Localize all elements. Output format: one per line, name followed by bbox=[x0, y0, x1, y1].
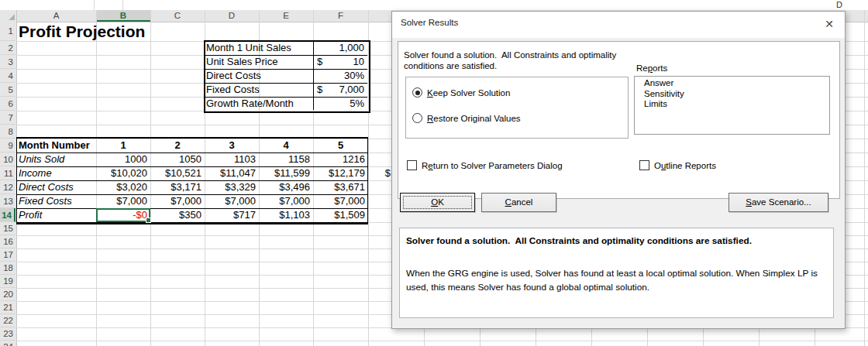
dialog-title-bar[interactable]: Solver Results ✕ bbox=[392, 12, 845, 38]
column-header-C[interactable]: C bbox=[150, 10, 205, 22]
row-header-1[interactable]: 1 bbox=[0, 22, 16, 41]
select-all-corner[interactable] bbox=[0, 10, 17, 22]
row-header-19[interactable]: 19 bbox=[0, 275, 16, 288]
solver-info-bold-text: Solver found a solution. All Constraints… bbox=[406, 235, 826, 247]
cell-value[interactable]: $7,000 bbox=[205, 194, 259, 208]
row-header-2[interactable]: 2 bbox=[0, 41, 16, 55]
row-header-15[interactable]: 15 bbox=[0, 222, 16, 235]
cell-row-label[interactable]: Direct Costs bbox=[16, 180, 96, 194]
cell-value[interactable]: 1103 bbox=[205, 152, 259, 166]
cell-value[interactable]: $3,171 bbox=[150, 180, 205, 194]
cell-value[interactable]: $7,000 bbox=[96, 194, 150, 208]
row-header-10[interactable]: 10 bbox=[0, 152, 16, 166]
cell-value[interactable]: $7,000 bbox=[259, 194, 313, 208]
cell-month-number-header[interactable]: Month Number bbox=[16, 139, 96, 152]
cell-row-label[interactable]: Profit bbox=[16, 208, 96, 222]
cell-value[interactable]: $3,671 bbox=[313, 180, 368, 194]
row-header-9[interactable]: 9 bbox=[0, 139, 16, 152]
cell-param-label[interactable]: Direct Costs bbox=[206, 69, 313, 83]
cell-param-value[interactable]: $10 bbox=[315, 55, 367, 69]
row-header-23[interactable]: 23 bbox=[0, 327, 16, 341]
cell-value[interactable]: $3,020 bbox=[96, 180, 150, 194]
row-header-13[interactable]: 13 bbox=[0, 194, 16, 208]
cell-value[interactable]: $717 bbox=[205, 208, 259, 222]
row-header-7[interactable]: 7 bbox=[0, 111, 16, 125]
row-header-21[interactable]: 21 bbox=[0, 301, 16, 314]
cell-value[interactable]: $10,020 bbox=[96, 166, 150, 180]
sheet-title[interactable]: Profit Projection bbox=[19, 22, 145, 41]
row-header-20[interactable]: 20 bbox=[0, 288, 16, 301]
report-item-sensitivity[interactable]: Sensitivity bbox=[644, 89, 829, 100]
cell-param-label[interactable]: Unit Sales Price bbox=[206, 55, 313, 69]
cell-month-1[interactable]: 1 bbox=[96, 139, 150, 152]
cell-value[interactable]: $12,179 bbox=[313, 166, 368, 180]
row-header-22[interactable]: 22 bbox=[0, 314, 16, 327]
column-header-B[interactable]: B bbox=[96, 10, 150, 22]
cell-value[interactable]: 1216 bbox=[313, 152, 368, 166]
report-item-answer[interactable]: Answer bbox=[644, 78, 829, 89]
cell-value[interactable]: $7,000 bbox=[313, 194, 368, 208]
cell-value[interactable]: $10,521 bbox=[150, 166, 205, 180]
formula-bar[interactable]: D bbox=[0, 0, 868, 11]
cell-param-value[interactable]: 30% bbox=[315, 69, 367, 83]
cell-value[interactable]: $350 bbox=[150, 208, 205, 222]
row-header-16[interactable]: 16 bbox=[0, 235, 16, 248]
cell-value[interactable]: $7,000 bbox=[150, 194, 205, 208]
cell-value[interactable]: $11,599 bbox=[259, 166, 313, 180]
cancel-button[interactable]: Cancel bbox=[481, 193, 556, 212]
row-header-4[interactable]: 4 bbox=[0, 69, 16, 83]
column-header-D[interactable]: D bbox=[205, 10, 259, 22]
row-header-6[interactable]: 6 bbox=[0, 97, 16, 111]
cell-month-4[interactable]: 4 bbox=[259, 139, 313, 152]
report-item-limits[interactable]: Limits bbox=[644, 99, 829, 110]
row-header-11[interactable]: 11 bbox=[0, 166, 16, 180]
cell-value[interactable]: $1,509 bbox=[313, 208, 368, 222]
cell-value[interactable]: $3,496 bbox=[259, 180, 313, 194]
cell-value[interactable]: 1000 bbox=[96, 152, 150, 166]
row-header-12[interactable]: 12 bbox=[0, 180, 16, 194]
cell-param-value[interactable]: 1,000 bbox=[315, 41, 367, 55]
cell-param-label[interactable]: Month 1 Unit Sales bbox=[206, 41, 313, 55]
solver-results-dialog: Solver Results ✕ Solver found a solution… bbox=[391, 11, 846, 329]
checkbox-return-to-solver-parameters[interactable]: Return to Solver Parameters Dialog bbox=[407, 160, 563, 171]
cell-value[interactable]: 1050 bbox=[150, 152, 205, 166]
fill-handle[interactable] bbox=[146, 218, 151, 223]
radio-keep-solver-solution[interactable]: Keep Solver Solution bbox=[412, 87, 510, 98]
formula-bar-fragment: D bbox=[836, 0, 842, 10]
cell-row-label[interactable]: Income bbox=[16, 166, 96, 180]
active-cell-border[interactable] bbox=[96, 208, 150, 222]
column-header-F[interactable]: F bbox=[313, 10, 368, 22]
cell-month-5[interactable]: 5 bbox=[313, 139, 368, 152]
save-scenario-button[interactable]: Save Scenario... bbox=[728, 193, 828, 212]
cell-month-2[interactable]: 2 bbox=[150, 139, 205, 152]
row-header-8[interactable]: 8 bbox=[0, 125, 16, 139]
cell-param-value[interactable]: 5% bbox=[315, 97, 367, 111]
column-header-A[interactable]: A bbox=[16, 10, 96, 22]
row-header-3[interactable]: 3 bbox=[0, 55, 16, 69]
row-header-14[interactable]: 14 bbox=[0, 208, 16, 222]
row-header-18[interactable]: 18 bbox=[0, 262, 16, 275]
radio-selected-icon bbox=[412, 87, 422, 98]
row-header-17[interactable]: 17 bbox=[0, 248, 16, 262]
cell-month-3[interactable]: 3 bbox=[205, 139, 259, 152]
cell-param-label[interactable]: Growth Rate/Month bbox=[206, 97, 313, 111]
cell-value[interactable]: 1158 bbox=[259, 152, 313, 166]
cell-row-label[interactable]: Fixed Costs bbox=[16, 194, 96, 208]
table-border-bottom bbox=[16, 222, 368, 224]
cell-param-label[interactable]: Fixed Costs bbox=[206, 83, 313, 97]
cell-param-value[interactable]: $7,000 bbox=[315, 83, 367, 97]
row-header-24[interactable]: 24 bbox=[0, 341, 16, 346]
checkbox-unchecked-icon bbox=[407, 160, 417, 170]
cell-value[interactable]: $3,329 bbox=[205, 180, 259, 194]
row-header-5[interactable]: 5 bbox=[0, 83, 16, 97]
cell-value[interactable]: $11,047 bbox=[205, 166, 259, 180]
cell-income-month6-fragment[interactable]: $ bbox=[378, 166, 391, 180]
reports-listbox[interactable]: Answer Sensitivity Limits bbox=[634, 76, 830, 135]
checkbox-outline-reports[interactable]: Outline Reports bbox=[639, 160, 716, 171]
close-icon[interactable]: ✕ bbox=[818, 15, 840, 33]
ok-button[interactable]: OK bbox=[400, 193, 475, 212]
column-header-E[interactable]: E bbox=[259, 10, 313, 22]
cell-value[interactable]: $1,103 bbox=[259, 208, 313, 222]
cell-row-label[interactable]: Units Sold bbox=[16, 152, 96, 166]
radio-restore-original-values[interactable]: Restore Original Values bbox=[412, 113, 521, 124]
